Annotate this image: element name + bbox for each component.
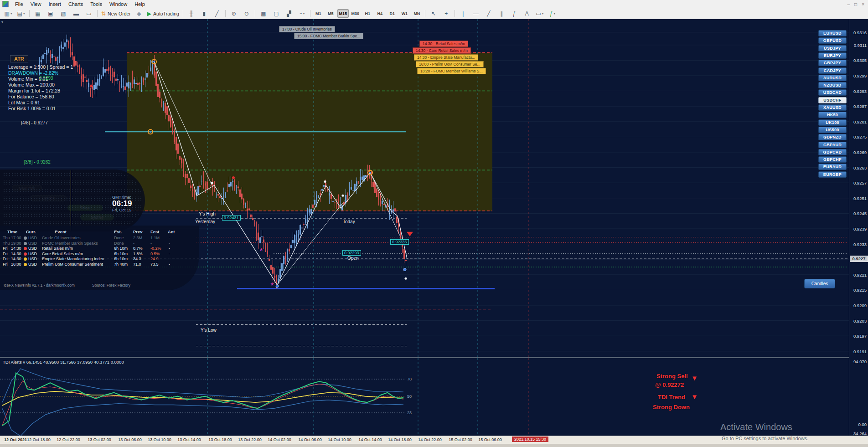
cell-event: Retail Sales m/m [42, 246, 73, 251]
watchlist-eurjpy[interactable]: EURJPY [818, 52, 847, 59]
cell-est: 6h 10m [114, 246, 128, 251]
trendline-button[interactable]: ╱ [483, 9, 495, 19]
menu-item-file[interactable]: File [11, 1, 27, 7]
atr-indicator-label: ATR [10, 55, 28, 62]
timeframe-m5[interactable]: M5 [325, 9, 336, 18]
watchlist-gbpusd[interactable]: GBPUSD [818, 37, 847, 44]
candles-button[interactable]: Candles [804, 279, 835, 288]
cascade-windows-button[interactable]: ▢ [270, 9, 282, 19]
sell-arrow-icon: ▼ [691, 374, 698, 382]
watchlist-eurgbp[interactable]: EURGBP [818, 171, 847, 178]
menu-item-help[interactable]: Help [131, 1, 149, 7]
menu-item-window[interactable]: Window [106, 1, 131, 7]
autotrading-button[interactable]: ▶AutoTrading [146, 9, 181, 19]
channel-button[interactable]: ∥ [496, 9, 507, 19]
timeframe-h1[interactable]: H1 [362, 9, 373, 18]
price-tick: 0.9299 [853, 73, 867, 78]
watchlist-gbpaud[interactable]: GBPAUD [818, 142, 847, 148]
strategy-tester-button[interactable]: ▭ [83, 9, 95, 19]
timeframe-d1[interactable]: D1 [387, 9, 398, 18]
time-tick: 13 Oct 06:00 [118, 437, 142, 442]
watchlist-gbpjpy[interactable]: GBPJPY [818, 60, 847, 66]
timeframe-m1[interactable]: M1 [313, 9, 324, 18]
menu-item-tools[interactable]: Tools [87, 1, 106, 7]
zoom-in-button[interactable]: ⊕ [228, 9, 240, 19]
metaeditor-button[interactable]: ◆ [133, 9, 145, 19]
menu-item-insert[interactable]: Insert [45, 1, 65, 7]
news-banner: 17:00 - Crude Oil Inventories [279, 26, 335, 32]
menu-item-view[interactable]: View [27, 1, 45, 7]
shapes-button[interactable]: ▭▾ [534, 9, 546, 19]
indicators-button[interactable]: ƒ▾ [547, 9, 558, 19]
market-watch-button[interactable]: ▦ [32, 9, 44, 19]
watchlist-gbpcad[interactable]: GBPCAD [818, 149, 847, 155]
restore-icon[interactable]: □ [854, 2, 857, 7]
tdi-axis-label: 0.00 [858, 422, 867, 427]
table-header-act: Act [168, 229, 175, 234]
profiles-button[interactable]: ▤▾ [15, 9, 27, 19]
toolbar-separator [455, 10, 455, 17]
mt4-window: FileViewInsertChartsToolsWindowHelp –□× … [0, 0, 868, 447]
cell-act: - [169, 241, 170, 246]
trendline-icon: ╱ [487, 10, 490, 17]
time-tick: 12 Oct 22:00 [57, 437, 80, 442]
timeframe-mn[interactable]: MN [411, 9, 423, 18]
vertical-line-button[interactable]: | [457, 9, 469, 19]
candlestick-chart-button[interactable]: ▮ [198, 9, 210, 19]
grid-button[interactable]: ▞ [283, 9, 295, 19]
text-label-button[interactable]: A [521, 9, 533, 19]
watchlist-euraud[interactable]: EURAUD [818, 164, 847, 170]
price-axis[interactable]: 0.93160.93110.93050.92990.92930.92870.92… [849, 19, 868, 436]
objects-button[interactable]: ◔▾ [296, 9, 308, 19]
menu-item-charts[interactable]: Charts [65, 1, 87, 7]
price-tick: 0.9191 [853, 349, 867, 354]
timeframe-w1[interactable]: W1 [399, 9, 410, 18]
watchlist-us500[interactable]: US500 [818, 127, 847, 133]
bar-chart-button[interactable]: ╫ [186, 9, 197, 19]
watchlist-xauusd[interactable]: XAUUSD [818, 104, 847, 111]
close-icon[interactable]: × [862, 2, 864, 7]
watchlist-usdchf[interactable]: USDCHF [818, 97, 847, 103]
watchlist-gbpchf[interactable]: GBPCHF [818, 156, 847, 163]
watchlist-eurusd[interactable]: EURUSD [818, 30, 847, 36]
new-chart-button[interactable]: ▥▾ [2, 9, 14, 19]
minimize-icon[interactable]: – [847, 2, 850, 7]
new-chart-icon: ▥ [5, 10, 10, 17]
watchlist-uk100[interactable]: UK100 [818, 119, 847, 126]
price-tick: 0.9263 [853, 165, 867, 170]
time-tick: 14 Oct 14:00 [358, 437, 382, 442]
zoom-out-button[interactable]: ⊖ [241, 9, 253, 19]
watchlist-cadjpy[interactable]: CADJPY [818, 67, 847, 74]
tdi-axis-label: 94.070 [853, 359, 867, 364]
tdi-level-78: 78 [407, 377, 412, 381]
one-click-trading-toggle[interactable]: ▾ [1, 20, 3, 24]
line-chart-button[interactable]: ╱ [211, 9, 223, 19]
horizontal-line-button[interactable]: — [470, 9, 482, 19]
price-tick: 0.9215 [853, 288, 867, 293]
new-order-button[interactable]: ⇅New Order [100, 9, 132, 19]
cell-currency: USD [28, 241, 37, 246]
watchlist-usdjpy[interactable]: USDJPY [818, 45, 847, 51]
timeframe-h4[interactable]: H4 [374, 9, 386, 18]
cursor-button[interactable]: ↖ [428, 9, 439, 19]
news-banner: 14:30 - Core Retail Sales m/m [413, 47, 471, 54]
data-window-button[interactable]: ▣ [45, 9, 57, 19]
timeframe-m30[interactable]: M30 [350, 9, 361, 18]
terminal-button[interactable]: ▬ [70, 9, 82, 19]
tile-windows-button[interactable]: ▩ [258, 9, 269, 19]
watchlist-audusd[interactable]: AUDUSD [818, 75, 847, 81]
watchlist-usdcad[interactable]: USDCAD [818, 89, 847, 96]
timeframe-m15[interactable]: M15 [337, 9, 349, 18]
toolbar-separator [255, 10, 255, 17]
watchlist-hk50[interactable]: HK50 [818, 112, 847, 118]
tdi-level-23: 23 [407, 411, 412, 415]
watchlist-nzdusd[interactable]: NZDUSD [818, 82, 847, 88]
crosshair-button[interactable]: + [440, 9, 452, 19]
watchlist-gbpnzd[interactable]: GBPNZD [818, 134, 847, 140]
info-line: Leverage = 1:500 | Spread = 1 [8, 64, 73, 70]
fibonacci-button[interactable]: ƒ [508, 9, 520, 19]
signal-price: @ 0.92272 [655, 381, 684, 388]
navigator-button[interactable]: ▧ [57, 9, 69, 19]
cell-time: 16:00 [11, 262, 21, 267]
cell-est: 6h 10m [114, 252, 128, 256]
